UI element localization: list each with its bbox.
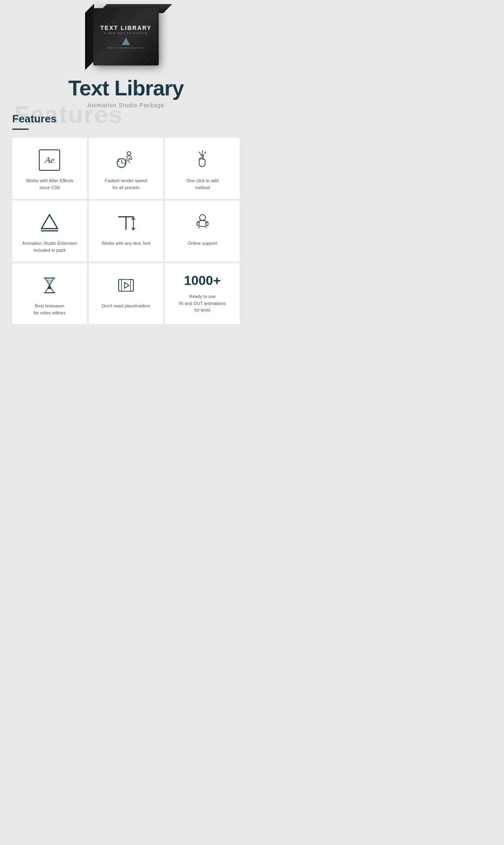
box-front: TEXT LIBRARY A NEW WAY TO CREATE PART OF… (93, 8, 159, 66)
feature-card-animation-studio: Animation Studio Extensionincluded in pa… (12, 201, 87, 262)
svg-rect-8 (130, 280, 133, 291)
feature-card-after-effects: Ae Works with After Effectssince CS6 (12, 138, 87, 199)
box-logo: PART OF ANIMATIONSTUDIO (107, 38, 145, 49)
ae-icon: Ae (37, 148, 62, 172)
feature-card-animations: 1000+ Ready to useIN and OUT animationsf… (165, 263, 240, 324)
render-icon (114, 148, 138, 172)
features-grid: Ae Works with After Effectssince CS6 (12, 138, 240, 324)
svg-point-3 (199, 215, 205, 220)
font-icon (114, 210, 138, 235)
click-icon (190, 148, 215, 172)
feature-card-support: Online support (165, 201, 240, 262)
feature-label: Fastest render speedfor all presets (105, 177, 147, 191)
feature-label: Don't need placeholders (102, 303, 150, 310)
feature-label: Animation Studio Extensionincluded in pa… (22, 240, 77, 253)
product-title: Text Library (68, 76, 184, 100)
feature-number: 1000+ (184, 273, 221, 288)
hero-section: TEXT LIBRARY A NEW WAY TO CREATE PART OF… (0, 0, 252, 117)
support-icon (190, 210, 215, 235)
feature-card-one-click: One click to addmethod (165, 138, 240, 199)
product-box-container: TEXT LIBRARY A NEW WAY TO CREATE PART OF… (0, 0, 252, 74)
feature-label: Best timesaverfor video editors (34, 303, 65, 316)
features-section: Features Features Ae Works with After Ef… (0, 104, 252, 337)
number-icon: 1000+ (190, 273, 215, 290)
box-side (85, 4, 94, 70)
feature-label: Works with After Effectssince CS6 (26, 177, 73, 191)
svg-rect-7 (119, 280, 122, 291)
box-title: TEXT LIBRARY (100, 25, 151, 31)
svg-rect-6 (119, 280, 133, 291)
feature-card-timesaver: Best timesaverfor video editors (12, 263, 87, 324)
feature-label: One click to addmethod (186, 177, 218, 191)
feature-label: Online support (188, 240, 217, 247)
features-underline (12, 129, 29, 130)
box-subtitle: A NEW WAY TO CREATE (104, 32, 148, 34)
product-box: TEXT LIBRARY A NEW WAY TO CREATE PART OF… (85, 4, 167, 70)
feature-label: Works with any text, font (101, 240, 151, 247)
triangle-icon (37, 210, 62, 235)
feature-card-placeholders: Don't need placeholders (89, 263, 164, 324)
box-triangle-icon (122, 38, 130, 45)
features-heading: Features (12, 113, 240, 129)
video-icon (114, 273, 138, 298)
hourglass-icon (37, 273, 62, 298)
box-part-text: PART OF ANIMATIONSTUDIO (107, 47, 145, 49)
feature-card-text-font: Works with any text, font (89, 201, 164, 262)
feature-card-render: Fastest render speedfor all presets (89, 138, 164, 199)
feature-label: Ready to useIN and OUT animationsfor tex… (179, 293, 226, 314)
svg-point-0 (127, 151, 131, 155)
